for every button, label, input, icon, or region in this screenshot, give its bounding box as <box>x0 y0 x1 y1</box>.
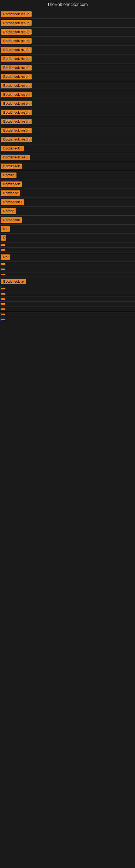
bottleneck-badge <box>1 244 5 246</box>
bottleneck-badge: B <box>1 235 6 241</box>
site-title: TheBottlenecker.com <box>0 0 135 10</box>
table-row[interactable]: Bottleneck result <box>0 108 135 117</box>
table-row[interactable]: Bottleneck <box>0 216 135 225</box>
bottleneck-badge: Bo <box>1 226 10 231</box>
bottleneck-badge: Bottleneck result <box>1 101 32 106</box>
table-row[interactable]: Bottlenec <box>0 189 135 198</box>
table-row[interactable]: Bottleneck result <box>0 37 135 45</box>
table-row[interactable]: Bottleneck re <box>0 277 135 286</box>
table-row[interactable]: Bo <box>0 225 135 234</box>
table-row[interactable]: Bottleneck <box>0 162 135 171</box>
table-row[interactable]: Bottleneck result <box>0 117 135 126</box>
bottleneck-badge <box>1 298 5 300</box>
bottleneck-badge: Bottleneck result <box>1 47 32 53</box>
bottleneck-badge: Bottleneck result <box>1 74 32 80</box>
bottleneck-badge <box>1 319 5 320</box>
bottleneck-badge: Bottleneck result <box>1 65 32 70</box>
bottleneck-badge: Bottleneck <box>1 217 22 223</box>
bottleneck-badge <box>1 249 5 251</box>
table-row[interactable]: Bo <box>0 253 135 262</box>
table-row[interactable]: Bottleneck result <box>0 126 135 135</box>
bottleneck-badge: Bottleneck result <box>1 20 32 26</box>
table-row[interactable] <box>0 291 135 297</box>
bottleneck-badge <box>1 303 5 305</box>
table-row[interactable]: Bottleneck result <box>0 135 135 144</box>
bottleneck-badge <box>1 269 5 270</box>
table-row[interactable] <box>0 312 135 317</box>
bottleneck-badge <box>1 274 5 275</box>
bottleneck-badge: Bottleneck result <box>1 128 32 133</box>
bottleneck-badge: Bottleneck result <box>1 38 32 44</box>
bottleneck-badge: Bottleneck result <box>1 92 32 97</box>
rows-container: Bottleneck resultBottleneck resultBottle… <box>0 10 135 322</box>
table-row[interactable]: Bottleneck <box>0 180 135 189</box>
table-row[interactable]: Bottleneck result <box>0 99 135 108</box>
table-row[interactable]: Bottleneck result <box>0 72 135 82</box>
table-row[interactable] <box>0 262 135 267</box>
bottleneck-badge: Bottleneck result <box>1 137 32 142</box>
table-row[interactable]: Bottleneck result <box>0 28 135 37</box>
table-row[interactable] <box>0 307 135 312</box>
bottleneck-badge <box>1 288 5 289</box>
table-row[interactable] <box>0 286 135 291</box>
table-row[interactable] <box>0 243 135 248</box>
table-row[interactable]: Bottleneck result <box>0 63 135 72</box>
table-row[interactable]: Bottleneck resu <box>0 153 135 162</box>
table-row[interactable]: Bottleneck result <box>0 90 135 99</box>
table-row[interactable]: Bottleneck result <box>0 55 135 63</box>
table-row[interactable]: Bottleneck result <box>0 19 135 28</box>
table-row[interactable] <box>0 302 135 307</box>
table-row[interactable] <box>0 297 135 302</box>
table-row[interactable]: Bottleneck result <box>0 82 135 90</box>
bottleneck-badge: Bottleneck result <box>1 83 32 88</box>
page-container: TheBottlenecker.com Bottleneck resultBot… <box>0 0 135 322</box>
bottleneck-badge <box>1 264 5 265</box>
table-row[interactable] <box>0 317 135 322</box>
table-row[interactable] <box>0 267 135 272</box>
bottleneck-badge <box>1 308 5 310</box>
bottleneck-badge: Bo <box>1 254 10 260</box>
bottleneck-badge: Bottleneck re <box>1 279 26 284</box>
bottleneck-badge: Bottleneck result <box>1 56 32 62</box>
bottleneck-badge: Bottleneck result <box>1 119 32 124</box>
table-row[interactable]: B <box>0 234 135 243</box>
table-row[interactable]: Bottlen <box>0 171 135 180</box>
table-row[interactable] <box>0 272 135 277</box>
bottleneck-badge <box>1 293 5 294</box>
bottleneck-badge: Bottler <box>1 208 16 214</box>
bottleneck-badge: Bottleneck resu <box>1 155 30 160</box>
bottleneck-badge: Bottleneck r <box>1 199 24 205</box>
bottleneck-badge: Bottleneck result <box>1 29 32 35</box>
bottleneck-badge: Bottleneck result <box>1 11 32 17</box>
bottleneck-badge: Bottleneck <box>1 163 22 169</box>
table-row[interactable]: Bottleneck result <box>0 10 135 19</box>
table-row[interactable] <box>0 248 135 253</box>
table-row[interactable]: Bottler <box>0 207 135 216</box>
bottleneck-badge: Bottleneck <box>1 182 22 187</box>
table-row[interactable]: Bottleneck r <box>0 198 135 207</box>
table-row[interactable]: Bottleneck r <box>0 144 135 153</box>
bottleneck-badge: Bottlen <box>1 173 16 178</box>
bottleneck-badge: Bottleneck r <box>1 146 24 151</box>
table-row[interactable]: Bottleneck result <box>0 45 135 55</box>
bottleneck-badge <box>1 314 5 315</box>
bottleneck-badge: Bottlenec <box>1 190 20 196</box>
bottleneck-badge: Bottleneck result <box>1 110 32 115</box>
